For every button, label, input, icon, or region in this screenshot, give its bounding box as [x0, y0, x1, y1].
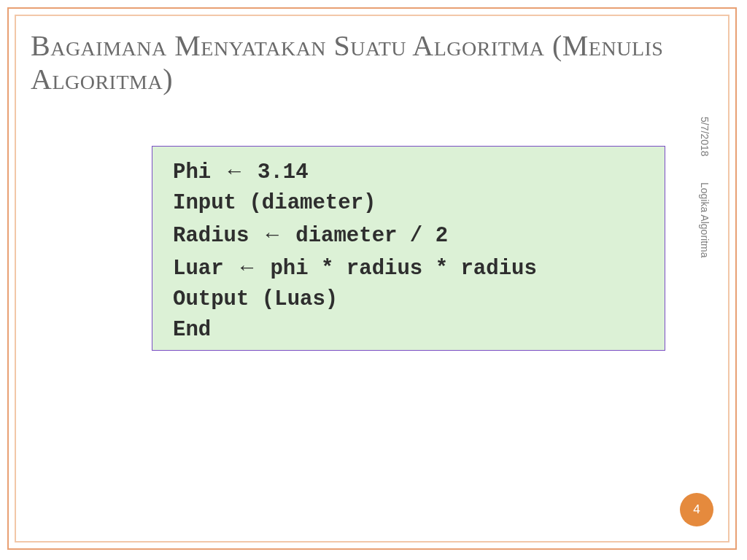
slide-subject: Logika Algoritma — [699, 182, 711, 258]
code-line-2: Input (diameter) — [173, 188, 649, 219]
code-text: Phi — [173, 160, 224, 184]
code-text: 3.14 — [245, 160, 309, 184]
slide-date: 5/7/2018 — [699, 117, 711, 157]
code-line-1: Phi ← 3.14 — [173, 155, 649, 188]
code-text: Luar — [173, 257, 236, 281]
code-line-3: Radius ← diameter / 2 — [173, 219, 649, 252]
code-text: phi * radius * radius — [258, 257, 537, 281]
side-metadata: 5/7/2018 Logika Algoritma — [697, 117, 715, 335]
code-line-6: End — [173, 315, 649, 346]
page-number-badge: 4 — [680, 493, 713, 526]
code-line-5: Output (Luas) — [173, 284, 649, 315]
pseudocode-box: Phi ← 3.14 Input (diameter) Radius ← dia… — [152, 146, 665, 351]
code-text: diameter / 2 — [283, 224, 448, 248]
left-arrow-icon: ← — [262, 222, 283, 246]
page-number: 4 — [693, 502, 700, 517]
slide-title: Bagaimana Menyatakan Suatu Algoritma (Me… — [31, 29, 703, 96]
code-text: Radius — [173, 224, 262, 248]
left-arrow-icon: ← — [224, 159, 245, 182]
left-arrow-icon: ← — [236, 255, 258, 279]
code-line-4: Luar ← phi * radius * radius — [173, 252, 649, 284]
